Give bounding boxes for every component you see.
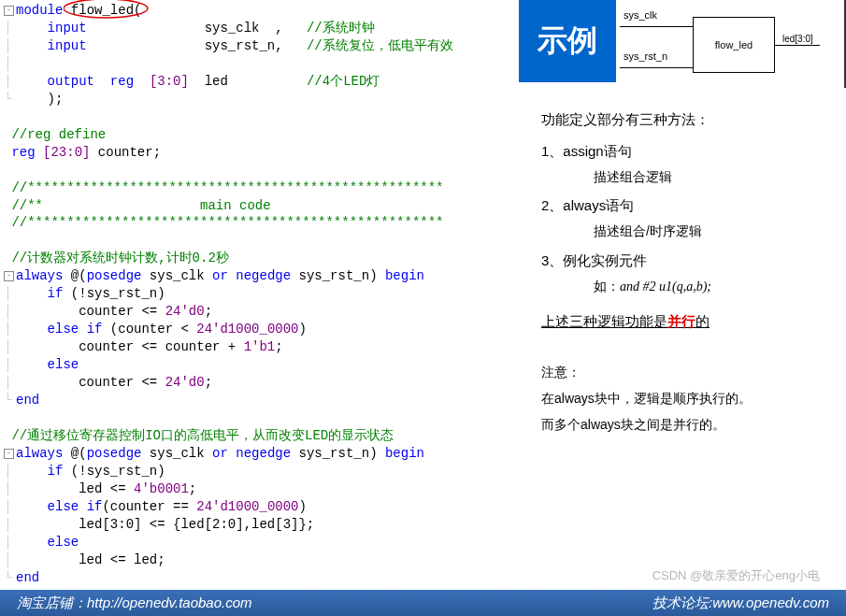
attention-block: 注意： 在always块中，逻辑是顺序执行的。 而多个always块之间是并行的…	[541, 359, 833, 437]
method-1: 1、assign语句	[541, 140, 833, 163]
method-3-desc: 如：and #2 u1(q,a,b);	[594, 276, 833, 297]
comment: //4个LED灯	[307, 74, 380, 89]
shop-link[interactable]: http://openedv.taobao.com	[87, 595, 252, 610]
watermark: CSDN @敬亲爱的开心eng小电	[652, 567, 820, 584]
method-2: 2、always语句	[541, 194, 833, 217]
method-3: 3、例化实例元件	[541, 250, 833, 272]
fold-toggle[interactable]: -	[4, 449, 14, 459]
comment: //reg define	[11, 127, 106, 142]
comment: //计数器对系统时钟计数,计时0.2秒	[11, 251, 228, 265]
comment: //系统复位，低电平有效	[307, 38, 453, 53]
fold-toggle[interactable]: -	[4, 271, 14, 281]
example-label: 示例	[519, 0, 616, 82]
keyword-module: module	[16, 3, 63, 18]
comment: //通过移位寄存器控制IO口的高低电平，从而改变LED的显示状态	[11, 428, 394, 443]
comment: //系统时钟	[307, 21, 375, 36]
module-box: flow_led	[693, 17, 775, 73]
code-editor: -module flow_led( │ input sys_clk , //系统…	[0, 0, 519, 616]
method-2-desc: 描述组合/时序逻辑	[594, 221, 833, 241]
notes-intro: 功能定义部分有三种方法：	[541, 108, 833, 131]
port-label-out: led[3:0]	[782, 34, 813, 44]
module-name: flow_led	[71, 3, 134, 18]
forum-link[interactable]: www.openedv.com	[712, 595, 829, 610]
notes-panel: 示例 sys_clk sys_rst_n flow_led led[3:0] 功…	[519, 0, 846, 616]
port-label-clk: sys_clk	[624, 9, 657, 21]
notes-content: 功能定义部分有三种方法： 1、assign语句 描述组合逻辑 2、always语…	[519, 92, 846, 437]
block-diagram: sys_clk sys_rst_n flow_led led[3:0]	[616, 0, 846, 88]
method-1-desc: 描述组合逻辑	[594, 166, 833, 187]
parallel-note: 上述三种逻辑功能是并行的	[541, 310, 833, 333]
footer-bar: 淘宝店铺：http://openedv.taobao.com 技术论坛:www.…	[0, 590, 846, 616]
port-label-rst: sys_rst_n	[624, 50, 667, 62]
fold-toggle[interactable]: -	[4, 6, 14, 16]
